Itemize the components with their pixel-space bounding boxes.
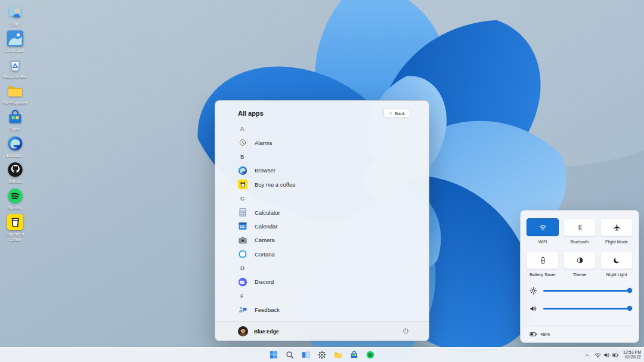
desktop-icon-label: File Explorer: [2, 100, 27, 106]
store-icon: [7, 109, 23, 125]
camera-icon: [238, 236, 247, 245]
feedback-icon: [238, 305, 247, 315]
toggle-flight-mode-button[interactable]: [600, 218, 633, 236]
flight-icon: [613, 224, 621, 231]
battery-saver-icon: [539, 256, 547, 264]
toggle-battery-saver-button[interactable]: [527, 251, 559, 269]
tray-chevron-up-button[interactable]: [584, 352, 590, 358]
section-letter-a[interactable]: A: [238, 122, 411, 135]
wifi-icon: [539, 224, 547, 231]
section-letter-d[interactable]: D: [238, 261, 411, 275]
brightness-slider[interactable]: [543, 290, 630, 292]
app-item-label: Cortana: [255, 251, 275, 258]
taskbar-task-view-button[interactable]: [299, 349, 312, 361]
volume-tray-icon: [603, 352, 610, 358]
tray-date: 02/20/22: [623, 355, 641, 360]
desktop-icon-buy-me-a-coffee[interactable]: Buy me a coffee: [1, 213, 29, 243]
recycle-bin-icon: [7, 57, 23, 73]
toggle-label: Theme: [573, 272, 587, 277]
tray-indicators[interactable]: [595, 352, 619, 358]
section-letter-b[interactable]: B: [238, 150, 411, 163]
toggle-cell-theme: Theme: [564, 251, 596, 277]
cortana-icon: [238, 249, 247, 259]
folder-icon: [334, 351, 342, 359]
desktop-icon-blue[interactable]: Blue: [1, 3, 29, 28]
theme-icon: [576, 256, 584, 264]
coffee-icon: [238, 180, 247, 189]
user-profile[interactable]: Blue Edge: [238, 326, 279, 336]
user-avatar: [238, 326, 248, 336]
desktop-icon-label: Store: [10, 126, 20, 132]
taskbar-store-button[interactable]: [348, 349, 361, 361]
edge-icon: [238, 166, 247, 175]
app-item-label: Calendar: [255, 223, 278, 230]
desktop-icon-github[interactable]: Github: [1, 160, 29, 185]
desktop-icon-label: Recycle Bin: [3, 74, 27, 79]
windows-icon: [270, 351, 278, 359]
toggle-label: Bluetooth: [571, 239, 589, 245]
toggle-theme-button[interactable]: [564, 251, 596, 269]
toggle-label: Night Light: [606, 272, 627, 277]
desktop-icon-file-explorer[interactable]: File Explorer: [1, 82, 29, 107]
app-item-label: Browser: [255, 167, 275, 174]
app-item-feedback[interactable]: Feedback: [238, 303, 411, 317]
app-item-cortana[interactable]: Cortana: [238, 247, 411, 261]
desktop-icon-store[interactable]: Store: [1, 108, 29, 133]
desktop-icon-label: Blue: [10, 21, 19, 27]
coffee-icon: [7, 214, 23, 230]
toggle-cell-wifi: WiFi: [527, 218, 559, 245]
back-button-label: Back: [395, 111, 405, 116]
picture-icon: [7, 30, 23, 47]
quick-settings-sliders: [527, 287, 633, 313]
toggle-label: WiFi: [538, 239, 547, 245]
desktop-icon-browser[interactable]: Browser: [1, 134, 29, 159]
taskbar-file-explorer-button[interactable]: [332, 349, 345, 361]
section-letter-f[interactable]: F: [238, 289, 411, 303]
tray-clock[interactable]: 12:53 PM 02/20/22: [623, 350, 641, 360]
app-item-buy-me-a-coffee[interactable]: Buy me a coffee: [238, 178, 411, 191]
taskbar-spotify-button[interactable]: [364, 349, 377, 361]
volume-slider-thumb[interactable]: [627, 306, 632, 311]
all-apps-header: All apps Back: [215, 101, 429, 120]
app-item-camera[interactable]: Camera: [238, 233, 411, 247]
store-icon: [350, 351, 358, 359]
desktop-icon-label: Github: [8, 179, 21, 184]
app-item-calendar[interactable]: Calendar: [238, 219, 411, 233]
alarms-icon: [238, 138, 247, 147]
brightness-slider-thumb[interactable]: [627, 288, 632, 293]
desktop-icon-spotify[interactable]: Spotify: [1, 187, 29, 212]
taskbar-search-button[interactable]: [283, 349, 296, 361]
battery-status[interactable]: 48%: [530, 330, 550, 338]
app-item-calculator[interactable]: Calculator: [238, 205, 411, 219]
toggle-cell-bluetooth: Bluetooth: [564, 218, 596, 245]
all-apps-title: All apps: [238, 110, 264, 117]
desktop-icon-recycle-bin[interactable]: Recycle Bin: [1, 55, 29, 81]
toggle-cell-night-light: Night Light: [600, 251, 633, 277]
taskbar-start-button[interactable]: [267, 349, 280, 361]
toggle-label: Battery Saver: [530, 272, 556, 277]
all-apps-list: AAlarmsBBrowserBuy me a coffeeCCalculato…: [215, 120, 429, 321]
quick-settings-grid: WiFiBluetoothFlight ModeBattery SaverThe…: [527, 218, 633, 277]
section-letter-c[interactable]: C: [238, 191, 411, 205]
app-item-label: Camera: [255, 237, 275, 243]
back-button[interactable]: Back: [383, 109, 410, 118]
taskbar-settings-button[interactable]: [315, 349, 329, 361]
toggle-bluetooth-button[interactable]: [564, 218, 596, 236]
discord-icon: [238, 277, 247, 287]
toggle-wifi-button[interactable]: [527, 218, 559, 236]
toggle-night-light-button[interactable]: [600, 251, 633, 269]
app-item-discord[interactable]: Discord: [238, 275, 411, 289]
app-item-browser[interactable]: Browser: [238, 163, 411, 177]
power-button[interactable]: [401, 326, 410, 337]
calendar-icon: [238, 221, 247, 231]
chevron-up-icon: [584, 352, 590, 358]
app-item-label: Buy me a coffee: [255, 181, 295, 188]
volume-slider[interactable]: [543, 308, 630, 310]
folder-icon: [7, 83, 23, 99]
toggle-label: Flight Mode: [605, 239, 628, 245]
desktop-icon-lanscape[interactable]: Lanscape: [1, 29, 29, 54]
app-item-alarms[interactable]: Alarms: [238, 135, 411, 149]
taskbar-app-icons: [267, 348, 377, 362]
brightness-icon: [530, 287, 537, 295]
desktop-icon-label: Lanscape: [5, 48, 25, 53]
